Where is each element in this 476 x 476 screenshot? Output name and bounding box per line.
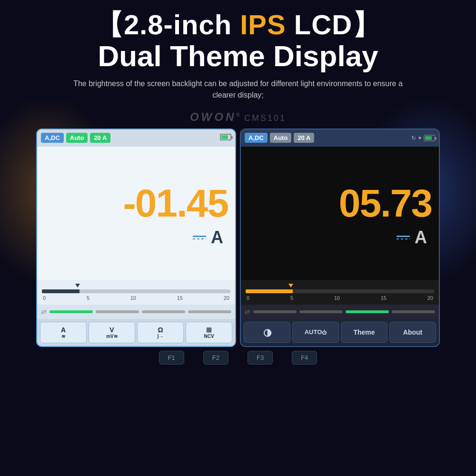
dark-scale-fill — [246, 289, 293, 293]
dark-display: A,DC Auto 20 A ↻ ✦ 05.73 A — [240, 129, 440, 347]
dark-func-btn-brightness[interactable]: ◑ — [244, 322, 290, 343]
dark-arrows-icon: ⇄ — [245, 308, 250, 316]
light-seg3 — [142, 310, 185, 313]
light-badge-20a: 20 A — [90, 133, 110, 143]
ips-text: IPS — [240, 9, 286, 40]
dark-seg2 — [299, 310, 343, 313]
light-seg1 — [50, 310, 93, 313]
dark-func-btn-about[interactable]: About — [389, 322, 436, 343]
dark-scale-track — [246, 284, 434, 293]
dark-scale-ticks: 0 5 10 15 20 — [246, 295, 434, 301]
dark-seg1 — [253, 310, 297, 313]
light-func-btn-ohm[interactable]: Ω )→ — [137, 322, 184, 343]
displays-container: A,DC Auto 20 A -01.45 A — [0, 129, 476, 347]
light-func-btn-ncv[interactable]: ⊞ NCV — [186, 322, 232, 343]
light-scale-marker — [75, 284, 80, 288]
sync-icon: ↻ — [411, 135, 416, 141]
power-icon: ⏻ — [322, 330, 327, 335]
light-func-buttons: A ≋ V mV≋ Ω )→ ⊞ NCV — [37, 319, 235, 346]
dc-dashed-line — [193, 238, 206, 239]
f-buttons-row: F1 F2 F3 F4 — [0, 347, 476, 368]
bracket-close: 】 — [352, 9, 380, 40]
dark-scale-area: 0 5 10 15 20 — [241, 280, 439, 305]
light-reading-area: -01.45 A — [37, 147, 235, 280]
light-scale-fill — [42, 289, 79, 293]
light-status-bar: A,DC Auto 20 A — [37, 129, 235, 147]
owon-model: CMS101 — [244, 113, 286, 123]
dark-unit-label: A — [415, 228, 427, 248]
brightness-icon: ◑ — [263, 327, 271, 338]
dark-reading-area: 05.73 A — [241, 147, 439, 280]
dark-badge-20a: 20 A — [294, 133, 314, 143]
f3-button[interactable]: F3 — [248, 351, 273, 365]
light-badge-auto: Auto — [66, 133, 88, 143]
dark-scale-bg — [246, 289, 434, 293]
owon-brand: OWON® — [190, 110, 242, 123]
dark-func-buttons: ◑ AUTO⏻ Theme About — [241, 319, 439, 346]
light-scale-ticks: 0 5 10 15 20 — [42, 295, 230, 301]
dc-solid-line — [193, 236, 206, 237]
light-main-reading: -01.45 — [44, 184, 228, 223]
owon-logo-area: OWON® CMS101 — [0, 110, 476, 124]
dark-indicator-bar: ⇄ — [241, 305, 439, 319]
light-battery-icon — [220, 134, 231, 142]
light-unit-label: A — [211, 228, 223, 248]
dark-status-bar: A,DC Auto 20 A ↻ ✦ — [241, 129, 439, 147]
dark-dc-solid-line — [397, 236, 410, 237]
light-func-btn-v[interactable]: V mV≋ — [89, 322, 135, 343]
dark-seg3 — [346, 310, 389, 313]
light-badge-adc: A,DC — [41, 133, 64, 143]
subtitle: The brightness of the screen backlight c… — [71, 78, 405, 101]
light-scale-area: 0 5 10 15 20 — [37, 280, 235, 305]
dark-scale-marker — [288, 284, 293, 288]
registered-icon: ® — [236, 112, 242, 118]
dark-badge-adc: A,DC — [245, 133, 268, 143]
light-indicator-bar: ⇄ — [37, 305, 235, 319]
f1-button[interactable]: F1 — [159, 351, 184, 365]
light-arrows-icon: ⇄ — [41, 308, 47, 316]
f2-button[interactable]: F2 — [203, 351, 228, 365]
dark-icons-right: ↻ ✦ — [411, 135, 435, 141]
dark-main-reading: 05.73 — [248, 184, 432, 223]
dark-dc-symbol — [397, 236, 410, 239]
title-line2: Dual Theme Display — [0, 40, 476, 72]
light-seg4 — [188, 310, 231, 313]
dark-unit-row: A — [248, 228, 432, 248]
dark-seg4 — [392, 310, 435, 313]
dark-func-btn-theme[interactable]: Theme — [341, 322, 387, 343]
light-scale-bg — [42, 289, 230, 293]
bracket-open: 【 — [96, 9, 124, 40]
dark-func-btn-auto[interactable]: AUTO⏻ — [292, 322, 339, 343]
bluetooth-icon: ✦ — [417, 135, 422, 141]
light-seg2 — [96, 310, 139, 313]
dark-dc-dashed-line — [397, 238, 410, 239]
title-line1: 【2.8-inch IPS LCD】 — [0, 10, 476, 40]
f4-button[interactable]: F4 — [292, 351, 317, 365]
light-dc-symbol — [193, 236, 206, 239]
light-func-btn-a[interactable]: A ≋ — [40, 322, 87, 343]
light-display: A,DC Auto 20 A -01.45 A — [36, 129, 236, 347]
light-scale-track — [42, 284, 230, 293]
header: 【2.8-inch IPS LCD】 Dual Theme Display Th… — [0, 0, 476, 101]
light-unit-row: A — [44, 228, 228, 248]
dark-badge-auto: Auto — [270, 133, 292, 143]
